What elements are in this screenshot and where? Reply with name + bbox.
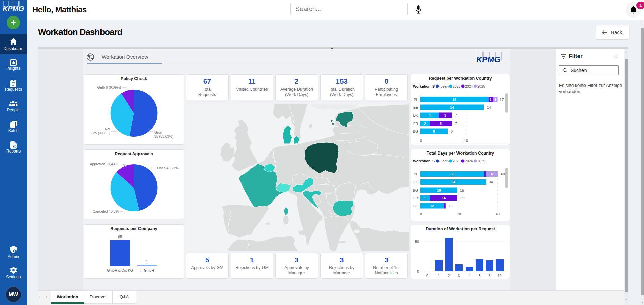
svg-text:12: 12	[430, 204, 434, 208]
svg-text:EE: EE	[413, 105, 418, 109]
svg-text:7: 7	[455, 113, 457, 117]
svg-text:0: 0	[426, 274, 428, 278]
svg-text:Approved 13,43%: Approved 13,43%	[90, 162, 118, 166]
svg-text:3: 3	[458, 274, 460, 278]
svg-text:Grün: Grün	[154, 130, 162, 134]
svg-text:2025: 2025	[477, 84, 485, 88]
svg-text:5: 5	[479, 274, 481, 278]
svg-text:50: 50	[415, 240, 419, 244]
svg-text:14: 14	[450, 105, 454, 109]
svg-text:(Leer): (Leer)	[439, 159, 449, 163]
svg-text:BE: BE	[413, 204, 418, 208]
svg-text:4: 4	[469, 274, 471, 278]
svg-text:Canceled 40,3%: Canceled 40,3%	[93, 209, 119, 213]
svg-text:FR: FR	[413, 122, 418, 126]
svg-text:PL: PL	[414, 172, 418, 176]
svg-text:Gelb 6 (9,09%): Gelb 6 (9,09%)	[97, 85, 121, 89]
svg-text:25 (37,8...): 25 (37,8...)	[93, 131, 110, 135]
svg-text:35 (53,03%): 35 (53,03%)	[154, 134, 173, 138]
svg-text:40: 40	[496, 212, 500, 216]
svg-text:(Leer): (Leer)	[439, 84, 449, 88]
svg-text:6: 6	[491, 172, 493, 176]
svg-text:EE: EE	[413, 180, 418, 184]
svg-text:10: 10	[498, 274, 502, 278]
svg-text:IT GmbH: IT GmbH	[140, 268, 154, 272]
svg-text:DK: DK	[413, 113, 418, 117]
svg-text:40: 40	[501, 172, 505, 176]
svg-text:PL: PL	[414, 98, 418, 102]
svg-text:1: 1	[494, 98, 496, 102]
svg-text:2: 2	[448, 274, 450, 278]
svg-text:Workation_S_: Workation_S_	[413, 84, 437, 88]
svg-text:5: 5	[424, 196, 426, 200]
svg-text:2023: 2023	[453, 159, 461, 163]
svg-text:GmbH & Co. KG: GmbH & Co. KG	[107, 268, 133, 272]
svg-text:2024: 2024	[465, 84, 473, 88]
svg-text:3: 3	[444, 113, 446, 117]
svg-text:0: 0	[420, 139, 422, 143]
svg-text:5: 5	[440, 122, 442, 126]
svg-text:2023: 2023	[453, 84, 461, 88]
svg-text:KPMG: KPMG	[3, 5, 24, 12]
svg-text:34: 34	[451, 180, 455, 184]
svg-text:34: 34	[489, 180, 493, 184]
svg-text:65: 65	[118, 235, 122, 239]
svg-text:0: 0	[417, 269, 419, 273]
svg-text:33: 33	[450, 172, 454, 176]
svg-text:7: 7	[455, 122, 457, 126]
svg-text:4: 4	[429, 113, 431, 117]
svg-text:Open 46,27%: Open 46,27%	[157, 166, 178, 170]
svg-text:6: 6	[489, 274, 491, 278]
svg-text:15: 15	[452, 98, 456, 102]
svg-text:19: 19	[460, 196, 464, 200]
svg-text:13: 13	[449, 204, 453, 208]
svg-text:6: 6	[451, 129, 453, 133]
svg-text:6: 6	[433, 129, 435, 133]
svg-text:Workation_S_: Workation_S_	[413, 159, 437, 163]
svg-text:Rot: Rot	[105, 127, 110, 131]
svg-text:14: 14	[487, 105, 491, 109]
svg-text:19: 19	[437, 188, 441, 192]
svg-text:2024: 2024	[465, 159, 473, 163]
svg-text:1: 1	[438, 274, 440, 278]
svg-text:2025: 2025	[477, 159, 485, 163]
svg-text:0: 0	[420, 212, 422, 216]
svg-text:BG: BG	[413, 129, 418, 133]
svg-text:17: 17	[500, 98, 504, 102]
svg-text:KPMG: KPMG	[476, 55, 500, 63]
svg-text:FR: FR	[413, 196, 418, 200]
svg-text:1: 1	[146, 260, 148, 264]
svg-text:BG: BG	[413, 188, 418, 192]
svg-text:1: 1	[490, 98, 492, 102]
svg-text:2: 2	[424, 122, 426, 126]
svg-text:10: 10	[464, 139, 468, 143]
svg-text:14: 14	[442, 196, 446, 200]
svg-text:20: 20	[457, 212, 461, 216]
svg-text:19: 19	[460, 188, 464, 192]
